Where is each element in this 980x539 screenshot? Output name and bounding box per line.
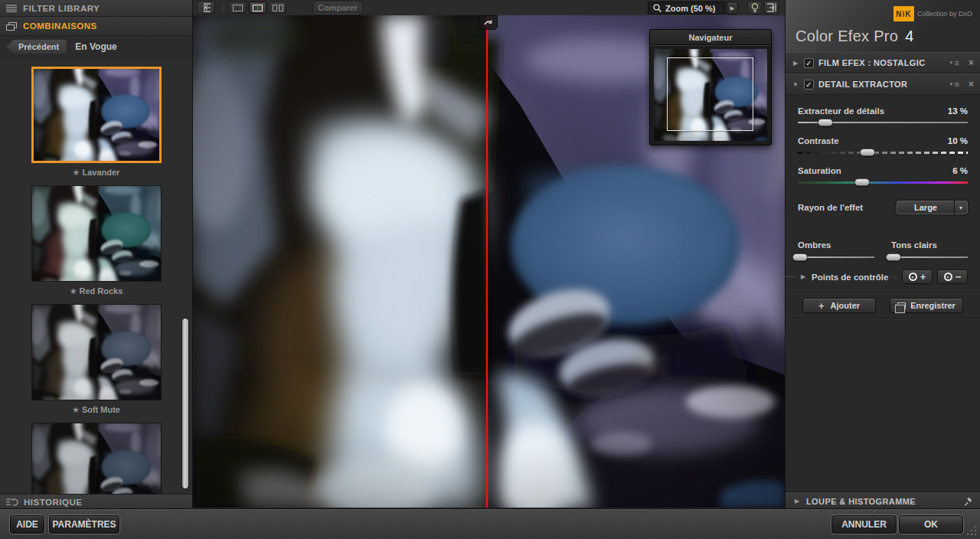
filter-name: DETAIL EXTRACTOR xyxy=(818,80,945,89)
preset-partial[interactable] xyxy=(31,423,162,494)
slider-handle[interactable] xyxy=(792,253,808,261)
magnifier-icon xyxy=(653,4,662,12)
slider-value: 6 % xyxy=(952,166,968,175)
export-view-button[interactable] xyxy=(197,1,215,15)
ok-button[interactable]: OK xyxy=(899,515,963,534)
slider-track[interactable] xyxy=(891,256,968,258)
sidebar-scrollbar-thumb[interactable] xyxy=(181,318,189,489)
save-copy-icon xyxy=(897,302,906,309)
preset-soft-mute[interactable]: ★Soft Mute xyxy=(31,304,162,416)
panel-header: NiK Collection by DxO Color Efex Pro 4 xyxy=(786,0,980,52)
effect-radius-dropdown[interactable]: Large ▼ xyxy=(897,201,968,214)
zoom-level-label: Zoom (50 %) xyxy=(665,4,715,13)
export-arrow-icon xyxy=(201,3,211,12)
star-icon[interactable]: ★ xyxy=(73,168,80,177)
view-single-button[interactable] xyxy=(229,2,247,14)
navigator-map[interactable] xyxy=(654,49,767,141)
help-button[interactable]: AIDE xyxy=(10,515,44,534)
filter-close-icon[interactable]: × xyxy=(969,79,974,90)
dropdown-arrow-icon[interactable]: ▼ xyxy=(955,201,968,214)
resize-grip[interactable] xyxy=(966,525,977,536)
zoom-menu-button[interactable]: Zoom (50 %) xyxy=(648,2,725,15)
save-recipe-button[interactable]: Enregistrer xyxy=(890,298,963,313)
slider-contrast: Contraste 10 % xyxy=(798,136,968,158)
detail-extractor-controls: Extracteur de détails 13 % Contraste 10 … xyxy=(786,95,980,319)
caret-right-icon[interactable]: ▶ xyxy=(793,498,801,505)
slider-track[interactable] xyxy=(798,256,874,258)
color-efex-window: FILTER LIBRARY COMBINAISONS Précédent En… xyxy=(0,0,980,539)
single-view-icon xyxy=(233,5,243,11)
settings-button[interactable]: PARAMÈTRES xyxy=(49,515,119,534)
list-icon xyxy=(6,5,17,12)
app-title: Color Efex Pro xyxy=(795,28,898,45)
brand-collection-label: Collection by DxO xyxy=(917,10,972,18)
combinations-label: COMBINAISONS xyxy=(23,21,97,31)
navigator-title[interactable]: Navigateur xyxy=(650,30,771,45)
slider-detail-extraction: Extracteur de détails 13 % xyxy=(798,106,968,128)
preset-thumbnail[interactable] xyxy=(31,185,162,282)
control-point-icon xyxy=(909,273,917,281)
panel-toggle-button[interactable] xyxy=(764,1,779,15)
filter-close-icon[interactable]: × xyxy=(969,57,974,68)
remove-control-point-button[interactable]: − xyxy=(937,270,968,284)
curved-arrow-icon xyxy=(484,19,493,27)
navigator-viewport-rect[interactable] xyxy=(667,57,753,131)
filter-header-detail-extractor[interactable]: ▼ ✓ DETAIL EXTRACTOR ▼≡ × xyxy=(786,74,980,95)
main-area: Comparer Zoom (50 %) ▶ Navigat xyxy=(193,0,785,509)
combinations-header[interactable]: COMBINAISONS xyxy=(0,17,192,36)
effect-radius-value[interactable]: Large xyxy=(897,201,955,214)
add-control-point-button[interactable]: + xyxy=(902,270,933,284)
slider-track[interactable] xyxy=(798,152,968,154)
split-line-handle[interactable] xyxy=(479,15,498,30)
caret-right-icon[interactable]: ▶ xyxy=(792,60,799,67)
view-side-by-side-button[interactable] xyxy=(269,2,286,14)
control-point-icon xyxy=(944,273,952,281)
star-icon[interactable]: ★ xyxy=(72,405,80,414)
control-points-label: Points de contrôle xyxy=(812,273,888,282)
compare-button[interactable]: Comparer xyxy=(314,2,361,15)
caret-right-icon[interactable]: ▶ xyxy=(799,273,807,280)
sidebar-scrollbar[interactable] xyxy=(181,58,190,494)
pin-icon[interactable] xyxy=(964,497,972,506)
slider-label: Contraste xyxy=(798,136,839,145)
preset-thumbnail[interactable] xyxy=(31,67,162,163)
caret-down-icon[interactable]: ▼ xyxy=(792,81,799,88)
shadows-slider: Ombres xyxy=(798,240,874,263)
navigator-panel: Navigateur xyxy=(649,29,772,145)
zoom-dropdown-arrow[interactable]: ▶ xyxy=(727,2,738,15)
adjustments-panel: NiK Collection by DxO Color Efex Pro 4 ▶… xyxy=(785,0,980,509)
image-viewer[interactable]: Navigateur xyxy=(193,15,785,508)
add-filter-button[interactable]: + Ajouter xyxy=(802,298,876,313)
slider-handle[interactable] xyxy=(860,149,875,156)
filter-header-film-efex[interactable]: ▶ ✓ FILM EFEX : NOSTALGIC ▼≡ × xyxy=(786,52,980,74)
filter-menu-icon[interactable]: ▼≡ xyxy=(949,58,959,67)
preset-thumbnail[interactable] xyxy=(31,423,162,494)
side-by-side-icon xyxy=(273,5,277,11)
slider-track[interactable] xyxy=(798,181,968,184)
nik-logo: NiK xyxy=(893,6,914,21)
plus-icon: + xyxy=(818,300,825,312)
lightbulb-button[interactable] xyxy=(747,1,762,15)
filter-name: FILM EFEX : NOSTALGIC xyxy=(818,58,945,67)
filter-enabled-checkbox[interactable]: ✓ xyxy=(804,80,814,90)
history-header[interactable]: HISTORIQUE xyxy=(0,494,192,509)
preset-thumbnail[interactable] xyxy=(31,304,162,400)
split-preview-line[interactable] xyxy=(486,15,488,508)
preset-red-rocks[interactable]: ★Red Rocks xyxy=(31,185,162,297)
slider-handle[interactable] xyxy=(854,178,870,186)
highlights-label: Tons clairs xyxy=(891,240,968,250)
view-split-button[interactable] xyxy=(249,2,266,14)
slider-handle[interactable] xyxy=(818,119,833,126)
filter-menu-icon[interactable]: ▼≡ xyxy=(949,80,959,89)
cancel-button[interactable]: ANNULER xyxy=(831,515,897,534)
history-icon xyxy=(6,498,18,507)
slider-saturation: Saturation 6 % xyxy=(798,166,968,188)
toolbar-separator xyxy=(222,2,223,13)
star-icon[interactable]: ★ xyxy=(70,286,77,296)
filter-enabled-checkbox[interactable]: ✓ xyxy=(804,58,814,68)
loupe-histogram-header[interactable]: ▶ LOUPE & HISTOGRAMME xyxy=(786,492,980,509)
category-label: En Vogue xyxy=(0,41,192,52)
slider-handle[interactable] xyxy=(886,253,901,261)
filter-library-header[interactable]: FILTER LIBRARY xyxy=(0,0,192,17)
preset-lavander[interactable]: ★Lavander xyxy=(31,67,162,178)
